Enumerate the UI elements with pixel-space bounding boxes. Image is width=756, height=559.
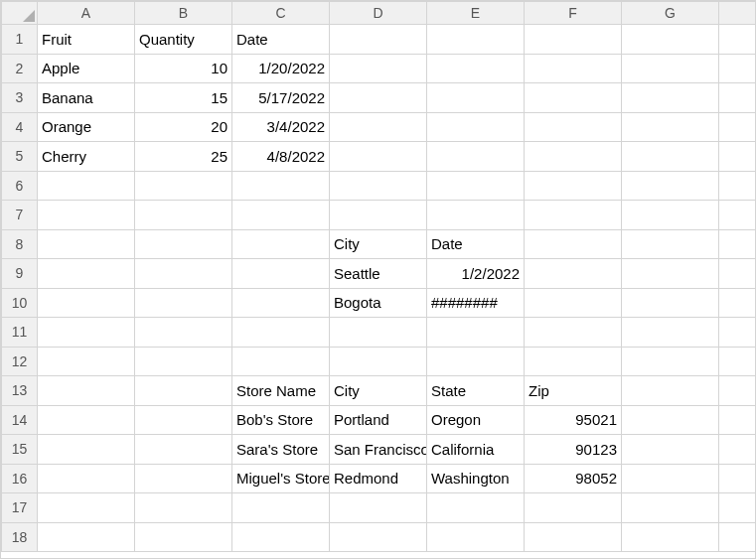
cell-C17[interactable] [232,493,330,523]
cell-B1[interactable]: Quantity [135,25,232,55]
cell-D8[interactable]: City [330,229,427,259]
cell-A18[interactable] [38,522,135,552]
cell-D14[interactable]: Portland [330,405,427,435]
row-header-13[interactable]: 13 [2,376,38,406]
cell-F14[interactable]: 95021 [525,405,622,435]
cell-E2[interactable] [427,54,525,83]
cell-E7[interactable] [427,201,525,230]
cell-A1[interactable]: Fruit [38,25,135,55]
col-header-F[interactable]: F [525,2,622,25]
cell-E12[interactable] [427,347,525,376]
col-header-A[interactable]: A [38,2,135,25]
cell-A12[interactable] [38,347,135,376]
cell-G11[interactable] [622,318,719,348]
cell-edge-5[interactable] [719,142,757,172]
cell-D5[interactable] [330,142,427,172]
cell-B9[interactable] [135,259,232,289]
cell-A16[interactable] [38,464,135,493]
cell-F6[interactable] [525,171,622,201]
cell-D13[interactable]: City [330,376,427,406]
cell-F10[interactable] [525,288,622,318]
cell-F9[interactable] [525,259,622,289]
cell-F17[interactable] [525,493,622,523]
cell-E8[interactable]: Date [427,229,525,259]
cell-B6[interactable] [135,171,232,201]
cell-B5[interactable]: 25 [135,142,232,172]
cell-D11[interactable] [330,318,427,348]
cell-edge-4[interactable] [719,112,757,142]
cell-B15[interactable] [135,435,232,465]
cell-C7[interactable] [232,201,330,230]
cell-B12[interactable] [135,347,232,376]
col-header-B[interactable]: B [135,2,232,25]
row-header-14[interactable]: 14 [2,405,38,435]
cell-D9[interactable]: Seattle [330,259,427,289]
cell-E13[interactable]: State [427,376,525,406]
col-header-E[interactable]: E [427,2,525,25]
cell-A14[interactable] [38,405,135,435]
cell-G18[interactable] [622,522,719,552]
cell-E6[interactable] [427,171,525,201]
cell-C5[interactable]: 4/8/2022 [232,142,330,172]
cell-edge-12[interactable] [719,347,757,376]
cell-F15[interactable]: 90123 [525,435,622,465]
row-header-10[interactable]: 10 [2,288,38,318]
cell-edge-15[interactable] [719,435,757,465]
cell-D1[interactable] [330,25,427,55]
cell-D4[interactable] [330,112,427,142]
cell-B18[interactable] [135,522,232,552]
cell-C16[interactable]: Miguel's Store [232,464,330,493]
cell-C4[interactable]: 3/4/2022 [232,112,330,142]
row-header-7[interactable]: 7 [2,201,38,230]
cell-edge-17[interactable] [719,493,757,523]
cell-G8[interactable] [622,229,719,259]
cell-edge-6[interactable] [719,171,757,201]
cell-D17[interactable] [330,493,427,523]
cell-B17[interactable] [135,493,232,523]
cell-D16[interactable]: Redmond [330,464,427,493]
cell-G4[interactable] [622,112,719,142]
cell-A10[interactable] [38,288,135,318]
cell-C6[interactable] [232,171,330,201]
cell-A17[interactable] [38,493,135,523]
cell-E10[interactable]: ######## [427,288,525,318]
row-header-5[interactable]: 5 [2,142,38,172]
cell-A3[interactable]: Banana [38,83,135,113]
col-header-G[interactable]: G [622,2,719,25]
row-header-2[interactable]: 2 [2,54,38,83]
cell-C8[interactable] [232,229,330,259]
spreadsheet-grid[interactable]: A B C D E F G 1FruitQuantityDate2Apple10… [0,0,756,559]
row-header-18[interactable]: 18 [2,522,38,552]
cell-G7[interactable] [622,201,719,230]
cell-A6[interactable] [38,171,135,201]
cell-D3[interactable] [330,83,427,113]
cell-E16[interactable]: Washington [427,464,525,493]
cell-A8[interactable] [38,229,135,259]
row-header-16[interactable]: 16 [2,464,38,493]
cell-F4[interactable] [525,112,622,142]
cell-D10[interactable]: Bogota [330,288,427,318]
row-header-1[interactable]: 1 [2,25,38,55]
cell-D15[interactable]: San Francisco [330,435,427,465]
cell-B3[interactable]: 15 [135,83,232,113]
row-header-17[interactable]: 17 [2,493,38,523]
cell-E3[interactable] [427,83,525,113]
cell-F2[interactable] [525,54,622,83]
cell-C1[interactable]: Date [232,25,330,55]
cell-edge-9[interactable] [719,259,757,289]
cell-C18[interactable] [232,522,330,552]
cell-F12[interactable] [525,347,622,376]
col-header-C[interactable]: C [232,2,330,25]
cell-E18[interactable] [427,522,525,552]
cell-E5[interactable] [427,142,525,172]
cell-G6[interactable] [622,171,719,201]
cell-B13[interactable] [135,376,232,406]
row-header-12[interactable]: 12 [2,347,38,376]
cell-D12[interactable] [330,347,427,376]
cell-B2[interactable]: 10 [135,54,232,83]
cell-G5[interactable] [622,142,719,172]
cell-G3[interactable] [622,83,719,113]
cell-G15[interactable] [622,435,719,465]
cell-edge-16[interactable] [719,464,757,493]
cell-F13[interactable]: Zip [525,376,622,406]
